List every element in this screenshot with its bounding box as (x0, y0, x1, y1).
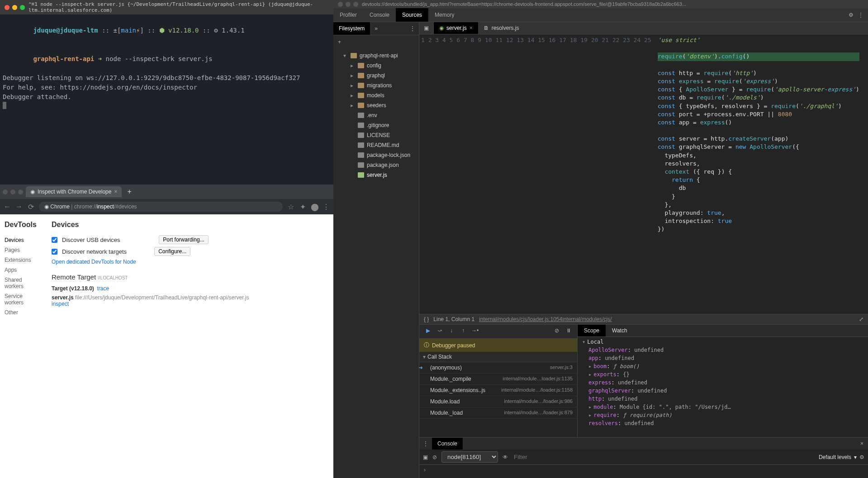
toggle-sidebar-icon[interactable]: ▣ (419, 22, 434, 34)
trace-link[interactable]: trace (97, 285, 109, 292)
forward-button[interactable]: → (15, 203, 23, 211)
console-tab[interactable]: Console (432, 438, 463, 450)
minimize-icon[interactable] (10, 189, 15, 194)
scope-variable[interactable]: resolvers: undefined (578, 419, 868, 427)
minimize-icon[interactable] (12, 5, 17, 10)
file-tab-server[interactable]: ◉server.js× (434, 22, 478, 34)
eye-icon[interactable]: 👁 (503, 454, 508, 460)
settings-icon[interactable]: ⚙ (849, 12, 854, 18)
scope-variable[interactable]: require: ƒ require(path) (578, 411, 868, 419)
sidebar-item-other[interactable]: Other (5, 308, 41, 317)
tab-console[interactable]: Console (363, 8, 396, 22)
scope-local[interactable]: Local (578, 338, 868, 346)
tree-file[interactable]: server.js (333, 170, 419, 180)
more-icon[interactable]: ⋮ (858, 12, 863, 18)
tree-folder[interactable]: migrations (333, 80, 419, 90)
scope-variable[interactable]: exports: {} (578, 370, 868, 379)
resume-button[interactable]: ▶ (424, 327, 432, 336)
stack-frame[interactable]: Module._compileinternal/module…loader.js… (419, 374, 577, 385)
stack-frame[interactable]: Module._extensions..jsinternal/module…/l… (419, 385, 577, 396)
console-prompt[interactable]: › (419, 465, 868, 475)
step-into-button[interactable]: ↓ (447, 327, 455, 336)
menu-icon[interactable]: ⋮ (323, 203, 330, 211)
pause-exceptions-icon[interactable]: ⏸ (564, 327, 573, 336)
file-tab-resolvers[interactable]: 🗎resolvers.js (478, 22, 525, 34)
tree-root[interactable]: graphql-rent-api (333, 51, 419, 61)
tab-sources[interactable]: Sources (396, 8, 428, 22)
maximize-icon[interactable] (18, 189, 23, 194)
terminal-body[interactable]: jduque@jduque-ltm :: ±[main⚡] :: ⬢ v12.1… (0, 14, 333, 114)
profile-icon[interactable]: ⬤ (311, 203, 318, 211)
brackets-icon[interactable]: { } (424, 316, 429, 322)
clear-console-icon[interactable]: ⊘ (432, 454, 437, 460)
add-folder-button[interactable]: + (333, 35, 419, 49)
step-button[interactable]: →• (471, 327, 479, 336)
address-bar[interactable]: ◉ Chrome | chrome://inspect/#devices (39, 202, 283, 212)
deactivate-breakpoints-icon[interactable]: ⊘ (553, 327, 561, 336)
inspect-link[interactable]: inspect (52, 301, 69, 307)
tree-folder[interactable]: seeders (333, 100, 419, 110)
close-icon[interactable] (5, 5, 9, 10)
tab-profiler[interactable]: Profiler (333, 8, 363, 22)
minimize-icon[interactable] (346, 2, 351, 7)
code-editor[interactable]: 1 2 3 4 5 6 7 8 9 10 11 12 13 14 15 16 1… (419, 34, 868, 314)
scope-variable[interactable]: ApolloServer: undefined (578, 346, 868, 354)
console-filter-input[interactable] (512, 452, 592, 462)
tree-file[interactable]: LICENSE (333, 130, 419, 140)
port-forwarding-button[interactable]: Port forwarding... (159, 235, 208, 244)
stack-frame[interactable]: Module.loadinternal/module…/loader.js:98… (419, 396, 577, 407)
step-over-button[interactable]: ⤻ (436, 327, 444, 336)
back-button[interactable]: ← (4, 203, 11, 211)
sidebar-item-devices[interactable]: Devices (5, 235, 41, 245)
scope-variable[interactable]: module: Module {id: ".", path: "/Users/j… (578, 403, 868, 411)
discover-usb-checkbox[interactable] (52, 237, 57, 243)
tree-folder[interactable]: config (333, 61, 419, 71)
tree-file[interactable]: .env (333, 110, 419, 120)
sidebar-item-apps[interactable]: Apps (5, 265, 41, 275)
close-drawer-icon[interactable]: × (856, 440, 868, 447)
browser-tab[interactable]: ◉ Inspect with Chrome Develope × (26, 186, 122, 197)
tab-memory[interactable]: Memory (428, 8, 460, 22)
sidebar-item-shared-workers[interactable]: Shared workers (5, 275, 41, 291)
console-sidebar-icon[interactable]: ▣ (423, 454, 428, 460)
maximize-icon[interactable] (20, 5, 25, 10)
callstack-header[interactable]: Call Stack (419, 352, 577, 362)
scope-variable[interactable]: boom: ƒ boom() (578, 362, 868, 370)
watch-tab[interactable]: Watch (606, 325, 634, 336)
sidebar-item-extensions[interactable]: Extensions (5, 255, 41, 265)
tree-file[interactable]: README.md (333, 140, 419, 150)
close-icon[interactable] (338, 2, 343, 7)
console-menu-icon[interactable]: ⋮ (419, 440, 432, 447)
more-tabs-icon[interactable]: » (370, 22, 382, 35)
close-icon[interactable] (3, 189, 8, 194)
console-settings-icon[interactable]: ⚙ (859, 454, 864, 460)
scope-variable[interactable]: express: undefined (578, 379, 868, 387)
reload-button[interactable]: ⟳ (27, 203, 34, 211)
extensions-icon[interactable]: ✦ (299, 203, 306, 211)
close-tab-icon[interactable]: × (470, 25, 473, 31)
open-dedicated-link[interactable]: Open dedicated DevTools for Node (52, 259, 136, 265)
stack-frame[interactable]: Module._loadinternal/module…/loader.js:8… (419, 407, 577, 419)
scope-tab[interactable]: Scope (578, 325, 606, 336)
context-select[interactable]: node[81160] (441, 451, 498, 463)
scope-variable[interactable]: http: undefined (578, 395, 868, 403)
maximize-icon[interactable] (353, 2, 358, 7)
tree-file[interactable]: package-lock.json (333, 150, 419, 160)
expand-icon[interactable]: ⤢ (859, 316, 863, 322)
panel-menu-icon[interactable]: ⋮ (406, 25, 419, 32)
tree-folder[interactable]: models (333, 90, 419, 100)
tree-file[interactable]: .gitignore (333, 120, 419, 130)
close-tab-icon[interactable]: × (114, 189, 117, 195)
levels-select[interactable]: Default levels (819, 454, 851, 460)
discover-network-checkbox[interactable] (52, 249, 57, 255)
tree-file[interactable]: package.json (333, 160, 419, 170)
scope-variable[interactable]: graphqlServer: undefined (578, 387, 868, 395)
sidebar-item-service-workers[interactable]: Service workers (5, 291, 41, 308)
filesystem-tab[interactable]: Filesystem (333, 22, 370, 35)
star-icon[interactable]: ☆ (287, 203, 294, 211)
scope-variable[interactable]: app: undefined (578, 354, 868, 362)
sidebar-item-pages[interactable]: Pages (5, 245, 41, 255)
stack-frame[interactable]: (anonymous)server.js:3 (419, 362, 577, 374)
new-tab-button[interactable]: + (124, 188, 134, 196)
tree-folder[interactable]: graphql (333, 71, 419, 80)
